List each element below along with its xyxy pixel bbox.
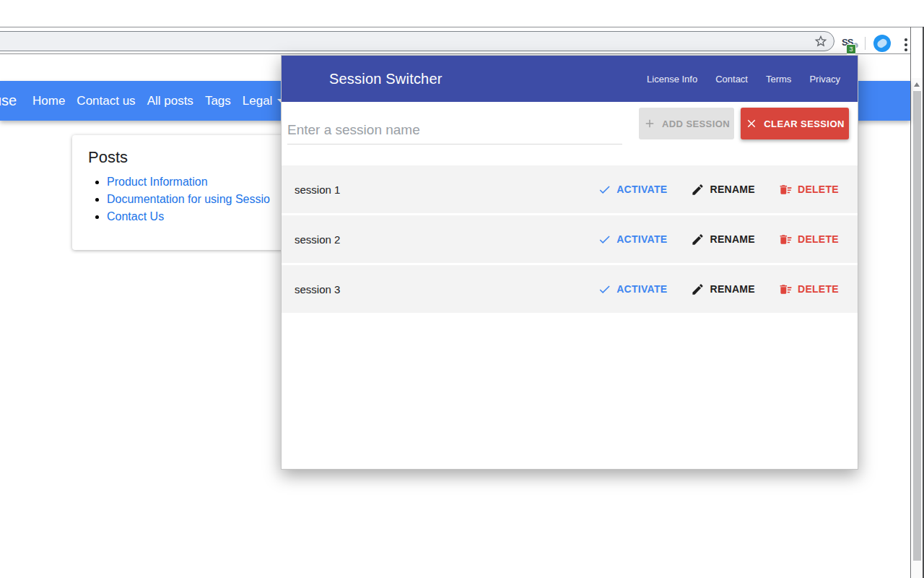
session-row: session 3 ACTIVATE RENAME DELETE <box>282 265 858 313</box>
bookmark-star-icon[interactable] <box>814 34 828 48</box>
session-name: session 1 <box>295 184 340 196</box>
session-name: session 2 <box>295 233 340 246</box>
clear-session-button[interactable]: CLEAR SESSION <box>741 108 849 139</box>
trash-sweep-icon <box>779 282 793 296</box>
session-row-actions: ACTIVATE RENAME DELETE <box>598 282 839 296</box>
trash-sweep-icon <box>779 233 793 246</box>
link-contact-us[interactable]: Contact Us <box>107 210 164 223</box>
add-session-label: ADD SESSION <box>662 118 730 129</box>
add-session-button[interactable]: ADD SESSION <box>639 108 734 139</box>
blue-extension-glyph <box>876 38 888 49</box>
extension-badge: 3 <box>846 44 856 54</box>
rename-label: RENAME <box>710 233 754 245</box>
list-item: Documentation for using Sessio <box>107 191 289 208</box>
rename-label: RENAME <box>710 283 754 295</box>
nav-item-contact-us[interactable]: Contact us <box>77 94 135 108</box>
activate-button[interactable]: ACTIVATE <box>598 183 667 197</box>
session-name-input[interactable] <box>287 116 622 144</box>
delete-label: DELETE <box>798 283 839 295</box>
delete-button[interactable]: DELETE <box>779 282 839 296</box>
session-list: session 1 ACTIVATE RENAME DELETE session… <box>282 165 858 313</box>
activate-label: ACTIVATE <box>616 233 667 245</box>
toolbar-separator <box>865 37 866 50</box>
rename-button[interactable]: RENAME <box>691 282 754 296</box>
delete-label: DELETE <box>798 184 839 195</box>
scroll-up-arrow-icon[interactable] <box>914 82 920 87</box>
clear-session-label: CLEAR SESSION <box>764 118 844 129</box>
blue-extension-icon[interactable] <box>873 35 891 52</box>
session-name: session 3 <box>295 283 340 296</box>
link-contact[interactable]: Contact <box>715 74 748 85</box>
link-documentation[interactable]: Documentation for using Sessio <box>107 193 270 205</box>
check-icon <box>598 233 611 246</box>
posts-card: Posts Product Information Documentation … <box>72 135 289 250</box>
content-right-border <box>910 27 911 578</box>
trash-sweep-icon <box>779 183 793 197</box>
page-scrollbar[interactable] <box>912 78 923 578</box>
delete-button[interactable]: DELETE <box>779 183 839 197</box>
activate-label: ACTIVATE <box>616 283 667 295</box>
site-brand-fragment[interactable]: use <box>0 92 17 109</box>
check-icon <box>598 282 611 296</box>
plus-icon <box>643 117 656 130</box>
nav-item-legal-label: Legal <box>243 94 273 108</box>
session-row-actions: ACTIVATE RENAME DELETE <box>598 233 839 246</box>
link-product-information[interactable]: Product Information <box>107 176 208 188</box>
delete-button[interactable]: DELETE <box>779 233 839 246</box>
site-nav-items: Home Contact us All posts Tags Legal <box>32 94 284 108</box>
link-privacy[interactable]: Privacy <box>809 74 840 85</box>
nav-item-all-posts[interactable]: All posts <box>147 94 193 108</box>
nav-item-home[interactable]: Home <box>32 94 65 108</box>
activate-label: ACTIVATE <box>616 184 667 195</box>
session-switcher-popup: Session Switcher License Info Contact Te… <box>281 55 858 470</box>
close-icon <box>745 117 758 130</box>
browser-toolbar <box>0 27 910 54</box>
address-bar[interactable] <box>0 31 834 51</box>
pencil-icon <box>691 233 705 246</box>
session-input-row: ADD SESSION CLEAR SESSION <box>282 102 858 154</box>
activate-button[interactable]: ACTIVATE <box>598 282 667 296</box>
list-item: Product Information <box>107 173 289 191</box>
popup-title: Session Switcher <box>329 71 443 87</box>
check-icon <box>598 183 611 197</box>
rename-button[interactable]: RENAME <box>691 183 754 197</box>
session-row-actions: ACTIVATE RENAME DELETE <box>598 183 839 197</box>
browser-menu-icon[interactable] <box>903 37 909 53</box>
posts-link-list: Product Information Documentation for us… <box>72 173 289 225</box>
link-terms[interactable]: Terms <box>766 74 791 85</box>
pencil-icon <box>691 183 705 197</box>
popup-header: Session Switcher License Info Contact Te… <box>282 56 858 102</box>
rename-label: RENAME <box>710 184 754 195</box>
delete-label: DELETE <box>798 233 839 245</box>
posts-card-title: Posts <box>88 148 289 167</box>
session-row: session 2 ACTIVATE RENAME DELETE <box>282 215 858 263</box>
nav-item-legal[interactable]: Legal <box>243 94 285 108</box>
activate-button[interactable]: ACTIVATE <box>598 233 667 246</box>
rename-button[interactable]: RENAME <box>691 233 754 246</box>
nav-item-tags[interactable]: Tags <box>205 94 231 108</box>
link-license-info[interactable]: License Info <box>647 74 697 85</box>
list-item: Contact Us <box>107 208 289 225</box>
pencil-icon <box>691 282 705 296</box>
session-row: session 1 ACTIVATE RENAME DELETE <box>282 165 858 213</box>
scrollbar-thumb[interactable] <box>913 91 921 561</box>
popup-header-links: License Info Contact Terms Privacy <box>647 74 840 85</box>
